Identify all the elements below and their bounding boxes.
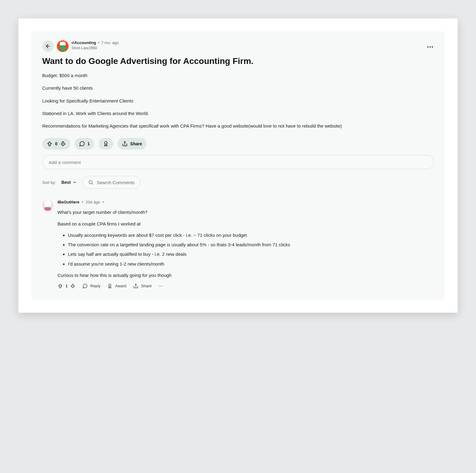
comment-paragraph: Based on a couple CPA firms I worked at [58, 220, 434, 227]
reply-button[interactable]: Reply [82, 283, 100, 289]
comment-age: 20d ago [86, 200, 100, 204]
comment-paragraph: Curious to hear how this is actually goi… [58, 272, 434, 279]
comment: IBeOutHere • 20d ago • What's your targe… [42, 200, 434, 289]
comment-icon [82, 283, 88, 289]
search-icon [88, 180, 94, 185]
more-button[interactable]: ⋯ [158, 283, 164, 289]
search-comments-input[interactable]: Search Comments [82, 176, 140, 189]
comment-vote: 1 [58, 283, 76, 289]
award-icon [103, 141, 109, 147]
add-comment-input[interactable] [42, 155, 434, 169]
post-paragraph: Recommendations for Marketing Agencies t… [42, 122, 434, 129]
meta-dot: • [102, 200, 104, 204]
comment-author[interactable]: IBeOutHere [58, 200, 80, 204]
back-button[interactable] [42, 40, 54, 52]
share-label: Share [130, 141, 142, 146]
list-item: I'd assume you're seeing 1-2 new clients… [68, 260, 434, 267]
award-button[interactable]: Award [107, 283, 126, 289]
share-icon [122, 141, 128, 147]
post-paragraph: Budget: $500 a month [42, 72, 434, 79]
comment-score: 1 [65, 284, 68, 288]
comment-icon [79, 141, 85, 147]
post-paragraph: Looking for Specifcally Entertainment Cl… [42, 97, 434, 104]
vote-score: 0 [55, 141, 58, 146]
vote-pill: 0 [42, 138, 70, 150]
reply-label: Reply [90, 284, 100, 288]
upvote-icon[interactable] [46, 141, 53, 147]
more-button[interactable]: ⋯ [427, 43, 434, 51]
comments-count: 1 [87, 141, 90, 146]
award-icon [107, 283, 113, 289]
comment-meta: IBeOutHere • 20d ago • [58, 200, 434, 204]
post-paragraph: Currently have 50 clients [42, 84, 434, 91]
svg-line-3 [92, 184, 93, 184]
list-item: Usually accounting keywords are about $7… [68, 232, 434, 239]
comment-actions: 1 Reply Award Share [58, 283, 434, 289]
post-author[interactable]: Shot-Law2860 [72, 46, 119, 51]
search-comments-placeholder: Search Comments [97, 180, 135, 185]
meta-dot: • [82, 200, 84, 204]
comment-body: IBeOutHere • 20d ago • What's your targe… [58, 200, 434, 289]
arrow-left-icon [45, 43, 51, 49]
post-container: r/Accounting • 7 mo. ago Shot-Law2860 ⋯ … [31, 31, 445, 300]
svg-point-1 [104, 142, 107, 144]
subreddit-avatar[interactable] [57, 40, 69, 52]
svg-point-2 [89, 181, 92, 184]
share-button[interactable]: Share [117, 138, 147, 150]
sort-label: Sort by: [42, 180, 56, 185]
post-header: r/Accounting • 7 mo. ago Shot-Law2860 ⋯ [42, 40, 434, 52]
comment-avatar[interactable] [42, 200, 53, 211]
subreddit-link[interactable]: r/Accounting [72, 40, 96, 46]
downvote-icon[interactable] [70, 283, 76, 289]
share-label: Share [141, 284, 152, 288]
award-label: Award [115, 284, 126, 288]
sort-row: Sort by: Best Search Comments [42, 176, 434, 189]
post-title: Want to do Google Advertising for Accoun… [42, 56, 434, 66]
comments-button[interactable]: 1 [75, 138, 94, 150]
post-paragraph: Stationed in LA. Work with Clients aroun… [42, 110, 434, 117]
award-button[interactable] [99, 138, 113, 150]
post-meta: r/Accounting • 7 mo. ago Shot-Law2860 [72, 40, 119, 51]
list-item: The conversion rate on a targetted landi… [68, 241, 434, 248]
svg-point-4 [109, 284, 111, 286]
comment-text: What's your target number of clients/mon… [58, 209, 434, 279]
post-action-bar: 0 1 Share [42, 138, 434, 150]
comment-paragraph: What's your target number of clients/mon… [58, 209, 434, 216]
share-icon [133, 283, 139, 289]
meta-dot: • [98, 40, 99, 46]
chevron-down-icon [73, 180, 77, 184]
comment-list: Usually accounting keywords are about $7… [58, 232, 434, 267]
post-body: Budget: $500 a month Currently have 50 c… [42, 72, 434, 129]
upvote-icon[interactable] [58, 283, 63, 289]
list-item: Lets say half are actually qualified to … [68, 251, 434, 258]
downvote-icon[interactable] [60, 141, 66, 147]
sort-dropdown[interactable]: Best [61, 180, 77, 185]
card-outer: r/Accounting • 7 mo. ago Shot-Law2860 ⋯ … [18, 18, 458, 313]
more-icon: ⋯ [158, 283, 164, 289]
post-age: 7 mo. ago [101, 40, 119, 46]
sort-value: Best [61, 180, 71, 185]
share-button[interactable]: Share [133, 283, 152, 289]
